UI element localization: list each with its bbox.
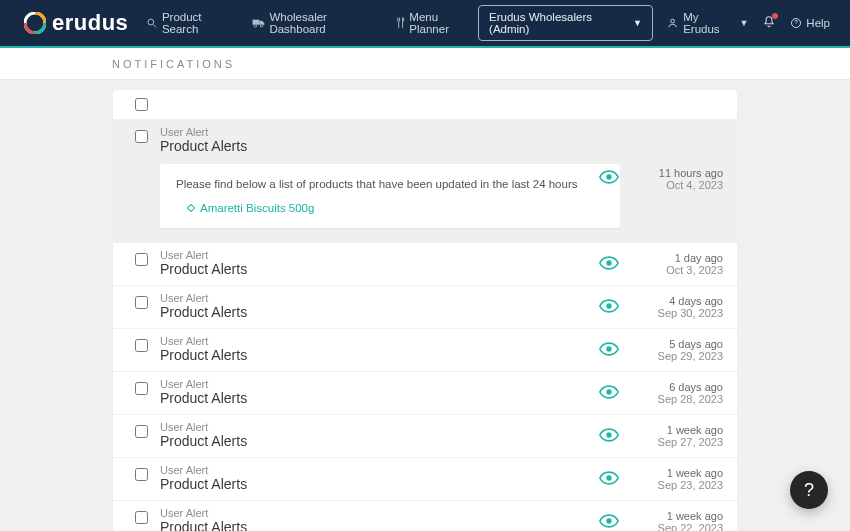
notification-meta: 6 days agoSep 28, 2023: [599, 381, 723, 405]
notification-row[interactable]: User AlertProduct Alerts1 day agoOct 3, …: [113, 243, 737, 286]
notification-category: User Alert: [160, 249, 599, 261]
notification-category: User Alert: [160, 421, 599, 433]
notification-row[interactable]: User AlertProduct Alerts4 days agoSep 30…: [113, 286, 737, 329]
time-relative: 1 week ago: [643, 424, 723, 436]
my-erudus-label: My Erudus: [683, 11, 734, 35]
time-relative: 1 week ago: [643, 467, 723, 479]
notification-title: Product Alerts: [160, 433, 599, 449]
nav-right: Erudus Wholesalers (Admin) ▼ My Erudus ▼…: [478, 5, 830, 41]
notification-body: User AlertProduct Alerts: [160, 292, 599, 320]
view-icon[interactable]: [599, 514, 619, 531]
help-link[interactable]: Help: [790, 17, 830, 29]
notifications-bell[interactable]: [762, 15, 776, 31]
time-absolute: Sep 29, 2023: [643, 350, 723, 362]
time-relative: 6 days ago: [643, 381, 723, 393]
notification-category: User Alert: [160, 507, 599, 519]
notification-category: User Alert: [160, 464, 599, 476]
notification-category: User Alert: [160, 335, 599, 347]
view-icon[interactable]: [599, 385, 619, 402]
notification-category: User Alert: [160, 378, 599, 390]
nav-menu-planner-label: Menu Planner: [409, 11, 478, 35]
notification-dot: [772, 13, 778, 19]
notification-meta: 5 days agoSep 29, 2023: [599, 338, 723, 362]
notification-category: User Alert: [160, 126, 599, 138]
help-fab[interactable]: ?: [790, 471, 828, 509]
view-icon[interactable]: [599, 342, 619, 359]
notification-checkbox[interactable]: [135, 468, 148, 481]
account-switcher[interactable]: Erudus Wholesalers (Admin) ▼: [478, 5, 653, 41]
view-icon[interactable]: [599, 471, 619, 488]
notification-time: 4 days agoSep 30, 2023: [643, 295, 723, 319]
notification-body: User AlertProduct Alerts: [160, 464, 599, 492]
notification-checkbox[interactable]: [135, 253, 148, 266]
notification-title: Product Alerts: [160, 476, 599, 492]
view-icon[interactable]: [599, 256, 619, 273]
view-icon[interactable]: [599, 170, 619, 187]
panel-header: [113, 90, 737, 120]
erudus-logo-icon: [24, 12, 46, 34]
notification-title: Product Alerts: [160, 519, 599, 531]
updated-product-link[interactable]: Amaretti Biscuits 500g: [200, 202, 314, 214]
notification-message-box: Please find below a list of products tha…: [160, 164, 620, 228]
time-absolute: Sep 30, 2023: [643, 307, 723, 319]
notification-checkbox[interactable]: [135, 382, 148, 395]
svg-point-15: [606, 518, 611, 523]
svg-point-8: [606, 174, 611, 179]
notification-meta: 1 week agoSep 22, 2023: [599, 510, 723, 531]
primary-nav: Product Search Wholesaler Dashboard Menu…: [146, 11, 478, 35]
notification-row[interactable]: User AlertProduct Alerts5 days agoSep 29…: [113, 329, 737, 372]
time-relative: 1 week ago: [643, 510, 723, 522]
notification-checkbox[interactable]: [135, 339, 148, 352]
notification-body: User AlertProduct Alerts: [160, 507, 599, 531]
svg-point-11: [606, 346, 611, 351]
notification-row[interactable]: User AlertProduct Alerts1 week agoSep 23…: [113, 458, 737, 501]
notification-body: User AlertProduct Alerts: [160, 421, 599, 449]
notification-checkbox[interactable]: [135, 296, 148, 309]
diamond-bullet-icon: [187, 204, 195, 212]
notification-title: Product Alerts: [160, 304, 599, 320]
brand-logo[interactable]: erudus: [24, 10, 128, 36]
nav-wholesaler-dashboard[interactable]: Wholesaler Dashboard: [252, 11, 382, 35]
time-relative: 5 days ago: [643, 338, 723, 350]
svg-point-9: [606, 260, 611, 265]
user-icon: [667, 17, 678, 29]
notification-meta: 1 week agoSep 27, 2023: [599, 424, 723, 448]
notification-body: User AlertProduct AlertsPlease find belo…: [160, 126, 599, 228]
notification-checkbox[interactable]: [135, 425, 148, 438]
time-absolute: Oct 3, 2023: [643, 264, 723, 276]
select-all-checkbox[interactable]: [135, 98, 148, 111]
notification-row[interactable]: User AlertProduct Alerts6 days agoSep 28…: [113, 372, 737, 415]
notification-row[interactable]: User AlertProduct AlertsPlease find belo…: [113, 120, 737, 243]
notification-category: User Alert: [160, 292, 599, 304]
search-icon: [146, 17, 158, 29]
notifications-panel: User AlertProduct AlertsPlease find belo…: [113, 90, 737, 531]
notification-checkbox[interactable]: [135, 511, 148, 524]
help-label: Help: [806, 17, 830, 29]
chevron-down-icon: ▼: [633, 18, 642, 28]
view-icon[interactable]: [599, 428, 619, 445]
nav-product-search[interactable]: Product Search: [146, 11, 238, 35]
notification-time: 1 week agoSep 27, 2023: [643, 424, 723, 448]
notification-title: Product Alerts: [160, 347, 599, 363]
notification-row[interactable]: User AlertProduct Alerts1 week agoSep 22…: [113, 501, 737, 531]
nav-wholesaler-dashboard-label: Wholesaler Dashboard: [269, 11, 381, 35]
time-absolute: Oct 4, 2023: [643, 179, 723, 191]
nav-product-search-label: Product Search: [162, 11, 238, 35]
notification-body: User AlertProduct Alerts: [160, 378, 599, 406]
notification-checkbox[interactable]: [135, 130, 148, 143]
chevron-down-icon: ▼: [739, 18, 748, 28]
notification-time: 1 day agoOct 3, 2023: [643, 252, 723, 276]
my-erudus-menu[interactable]: My Erudus ▼: [667, 11, 748, 35]
notification-meta: 1 week agoSep 23, 2023: [599, 467, 723, 491]
nav-menu-planner[interactable]: Menu Planner: [396, 11, 478, 35]
account-switcher-label: Erudus Wholesalers (Admin): [489, 11, 627, 35]
notification-row[interactable]: User AlertProduct Alerts1 week agoSep 27…: [113, 415, 737, 458]
svg-point-5: [260, 25, 263, 28]
view-icon[interactable]: [599, 299, 619, 316]
notification-meta: 11 hours agoOct 4, 2023: [599, 167, 723, 191]
time-absolute: Sep 23, 2023: [643, 479, 723, 491]
notification-body: User AlertProduct Alerts: [160, 249, 599, 277]
svg-line-2: [154, 24, 157, 27]
notification-title: Product Alerts: [160, 138, 599, 154]
utensils-icon: [396, 17, 406, 29]
